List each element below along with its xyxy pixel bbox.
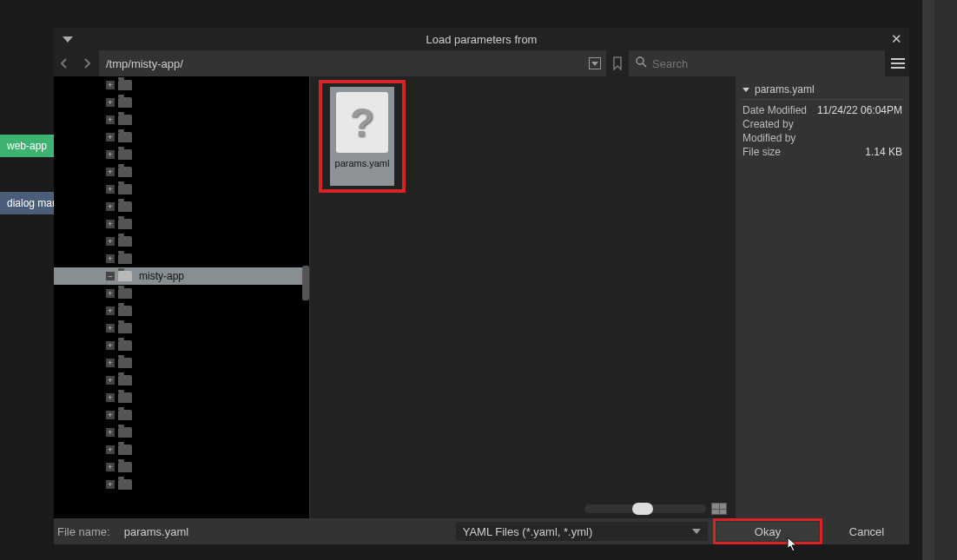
- folder-icon: [118, 323, 132, 333]
- folder-icon: [118, 462, 132, 472]
- table-row[interactable]: +: [54, 389, 309, 406]
- hamburger-menu-button[interactable]: [887, 50, 909, 76]
- filetype-filter[interactable]: YAML Files (*.yaml, *.yml): [456, 522, 708, 541]
- filter-text: YAML Files (*.yaml, *.yml): [463, 525, 593, 538]
- chevron-down-icon: [692, 529, 701, 534]
- table-row[interactable]: +: [54, 302, 309, 320]
- expand-icon[interactable]: +: [106, 289, 115, 298]
- path-history-icon[interactable]: [589, 57, 601, 69]
- expand-icon[interactable]: +: [106, 445, 115, 454]
- expand-icon[interactable]: +: [106, 168, 115, 176]
- expand-icon[interactable]: +: [106, 411, 115, 419]
- table-row[interactable]: +: [54, 128, 309, 146]
- nav-back-button[interactable]: [54, 50, 75, 76]
- expand-icon[interactable]: +: [106, 359, 115, 367]
- right-scroll-strip: [922, 0, 957, 560]
- folder-icon: [118, 149, 132, 160]
- table-row[interactable]: +: [54, 198, 309, 215]
- table-row[interactable]: +: [54, 285, 309, 302]
- chevron-down-icon: [742, 88, 749, 92]
- file-dialog: Load parameters from ✕ /tmp/misty-app/: [54, 28, 909, 544]
- folder-icon: [118, 375, 132, 385]
- table-row[interactable]: +: [54, 250, 309, 267]
- expand-icon[interactable]: +: [106, 376, 115, 385]
- table-row[interactable]: +: [54, 406, 309, 424]
- table-row[interactable]: +: [54, 476, 309, 493]
- table-row[interactable]: +: [54, 441, 309, 458]
- details-header[interactable]: params.yaml: [741, 80, 904, 100]
- expand-icon[interactable]: +: [106, 393, 115, 402]
- folder-icon: [118, 479, 132, 490]
- expand-icon[interactable]: +: [106, 81, 115, 89]
- table-row[interactable]: +: [54, 76, 309, 94]
- search-icon: [636, 56, 647, 70]
- okay-highlight: Okay: [713, 518, 822, 544]
- table-row[interactable]: +: [54, 94, 309, 111]
- titlebar: Load parameters from ✕: [54, 28, 909, 50]
- tree-row-selected[interactable]: – misty-app: [54, 267, 309, 285]
- path-text: /tmp/misty-app/: [106, 57, 183, 70]
- table-row[interactable]: +: [54, 424, 309, 441]
- search-input[interactable]: [629, 50, 885, 76]
- table-row[interactable]: +: [54, 215, 309, 233]
- expand-icon[interactable]: +: [106, 428, 115, 437]
- expand-icon[interactable]: +: [106, 185, 115, 194]
- cancel-button[interactable]: Cancel: [828, 522, 906, 541]
- table-row[interactable]: +: [54, 146, 309, 163]
- filename-input[interactable]: [121, 522, 451, 542]
- file-item[interactable]: params.yaml: [330, 87, 394, 186]
- okay-button[interactable]: Okay: [716, 522, 819, 541]
- expand-icon[interactable]: +: [106, 115, 115, 124]
- folder-tree[interactable]: + + + + + + + + + + + – misty-app + + + …: [54, 76, 310, 518]
- expand-icon[interactable]: +: [106, 324, 115, 333]
- table-row[interactable]: +: [54, 233, 309, 250]
- folder-icon: [118, 340, 132, 351]
- expand-icon[interactable]: +: [106, 150, 115, 159]
- collapse-icon[interactable]: –: [106, 272, 115, 280]
- table-row[interactable]: +: [54, 458, 309, 476]
- expand-icon[interactable]: +: [106, 341, 115, 350]
- title-dropdown-icon[interactable]: [63, 36, 73, 43]
- path-input[interactable]: /tmp/misty-app/: [99, 50, 606, 76]
- bookmark-icon[interactable]: [608, 50, 627, 76]
- expand-icon[interactable]: +: [106, 254, 115, 263]
- folder-icon: [118, 236, 132, 247]
- tree-scrollbar[interactable]: [302, 266, 309, 300]
- svg-point-0: [637, 57, 644, 64]
- table-row[interactable]: +: [54, 372, 309, 389]
- toolbar: /tmp/misty-app/: [54, 50, 909, 76]
- folder-icon: [118, 427, 132, 438]
- close-icon[interactable]: ✕: [891, 31, 902, 47]
- table-row[interactable]: +: [54, 354, 309, 372]
- grid-view-icon[interactable]: [711, 503, 727, 515]
- folder-icon: [118, 115, 132, 125]
- dialog-title: Load parameters from: [426, 33, 538, 46]
- tree-label: misty-app: [139, 270, 184, 282]
- expand-icon[interactable]: +: [106, 98, 115, 107]
- folder-icon: [118, 184, 132, 194]
- zoom-slider[interactable]: [584, 504, 706, 513]
- expand-icon[interactable]: +: [106, 220, 115, 228]
- expand-icon[interactable]: +: [106, 306, 115, 315]
- folder-icon: [118, 445, 132, 455]
- unknown-file-icon: [336, 92, 388, 153]
- bg-tab-webapp[interactable]: web-app: [0, 135, 54, 157]
- expand-icon[interactable]: +: [106, 463, 115, 471]
- table-row[interactable]: +: [54, 320, 309, 337]
- table-row[interactable]: +: [54, 111, 309, 128]
- expand-icon[interactable]: +: [106, 202, 115, 211]
- table-row[interactable]: +: [54, 163, 309, 181]
- search-text[interactable]: [652, 57, 878, 70]
- table-row[interactable]: +: [54, 181, 309, 198]
- folder-icon: [118, 288, 132, 299]
- table-row[interactable]: +: [54, 337, 309, 354]
- expand-icon[interactable]: +: [106, 133, 115, 142]
- bg-tab-dialog[interactable]: dialog man: [0, 192, 54, 214]
- nav-forward-button[interactable]: [76, 50, 97, 76]
- detail-modified-by: Modified by: [741, 131, 904, 145]
- expand-icon[interactable]: +: [106, 480, 115, 489]
- expand-icon[interactable]: +: [106, 237, 115, 246]
- file-grid[interactable]: params.yaml: [310, 76, 736, 518]
- zoom-controls: [584, 503, 727, 515]
- filename-label: File name:: [57, 525, 110, 538]
